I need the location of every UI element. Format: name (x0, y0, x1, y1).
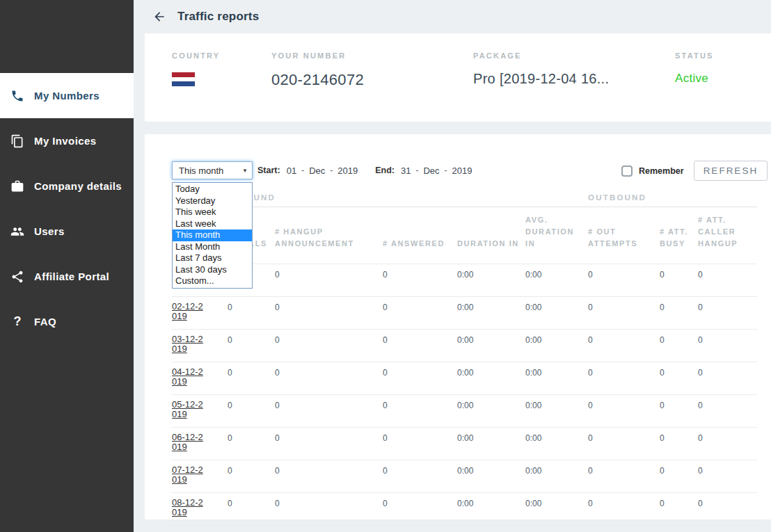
cell-att-busy: 0 (660, 395, 698, 428)
start-month-select[interactable]: Dec (309, 166, 325, 176)
dropdown-option[interactable]: Custom... (173, 275, 252, 287)
table-row: 05-12-2019 0 0 0 0:00 0:00 0 0 0 (172, 395, 757, 428)
cell-att-caller-hangup: 0 (698, 362, 757, 395)
cell-calls: 0 (228, 362, 275, 395)
cell-out-attempts: 0 (588, 264, 660, 297)
dropdown-option[interactable]: Today (173, 184, 252, 195)
chevron-down-icon: ▼ (242, 168, 248, 174)
sidebar-item-label: Users (34, 225, 65, 237)
end-year-select[interactable]: 2019 (452, 166, 472, 176)
cell-hangup-announcement: 0 (275, 264, 383, 297)
cell-avg-duration-in: 0:00 (525, 428, 588, 460)
cell-calls: 0 (228, 493, 275, 526)
cell-avg-duration-in: 0:00 (525, 493, 588, 526)
date-cell: 03-12-2019 (172, 330, 228, 362)
cell-duration-in: 0:00 (457, 297, 525, 330)
cell-avg-duration-in: 0:00 (525, 264, 588, 297)
date-link[interactable]: 05-12-2019 (172, 400, 208, 419)
date-link[interactable]: 03-12-2019 (172, 334, 208, 354)
remember-checkbox[interactable] (621, 166, 633, 177)
sidebar-item-faq[interactable]: ? FAQ (0, 299, 134, 344)
dropdown-option[interactable]: Last Month (173, 241, 252, 253)
end-month-select[interactable]: Dec (423, 166, 439, 176)
cell-att-busy: 0 (660, 264, 698, 297)
date-cell: 04-12-2019 (172, 362, 228, 395)
dropdown-option[interactable]: Last 30 days (173, 264, 252, 276)
share-icon (9, 269, 26, 284)
column-header-avg-duration-in: AVG. DURATION IN (525, 207, 588, 264)
cell-att-caller-hangup: 0 (698, 297, 757, 330)
date-range-select[interactable]: This month ▼ (172, 161, 253, 179)
sidebar-item-label: Affiliate Portal (34, 271, 109, 282)
cell-duration-in: 0:00 (457, 493, 525, 526)
column-header-hangup-announcement: # HANGUP ANNOUNCEMENT (275, 207, 383, 264)
back-arrow-icon[interactable] (152, 10, 166, 24)
sidebar-item-label: FAQ (34, 316, 56, 328)
date-link[interactable]: 04-12-2019 (172, 367, 208, 387)
cell-answered: 0 (383, 428, 457, 460)
column-header-duration-in: DURATION IN (457, 207, 525, 264)
cell-answered: 0 (383, 330, 457, 362)
sidebar-logo-area (0, 0, 134, 73)
refresh-button[interactable]: REFRESH (694, 161, 768, 181)
sidebar-item-label: My Numbers (34, 90, 100, 102)
cell-att-busy: 0 (660, 362, 698, 395)
table-row: 01-12-2019 0 0 0 0:00 0:00 0 0 0 (172, 264, 757, 297)
dash: - (445, 166, 447, 175)
page-title: Traffic reports (177, 10, 259, 24)
question-icon: ? (9, 314, 26, 330)
cell-hangup-announcement: 0 (275, 297, 383, 330)
date-link[interactable]: 02-12-2019 (172, 302, 208, 321)
cell-att-caller-hangup: 0 (698, 460, 757, 493)
page-header: Traffic reports (134, 0, 771, 33)
cell-out-attempts: 0 (588, 428, 660, 460)
column-header-att-busy: # ATT. BUSY (660, 207, 698, 264)
date-link[interactable]: 08-12-2019 (172, 498, 208, 517)
dropdown-option[interactable]: Last 7 days (173, 252, 252, 264)
date-cell: 05-12-2019 (172, 395, 228, 428)
cell-att-busy: 0 (660, 493, 698, 526)
date-cell: 07-12-2019 (172, 460, 228, 493)
end-day-select[interactable]: 31 (401, 166, 411, 176)
package-value: Pro [2019-12-04 16... (473, 71, 609, 87)
table-row: 02-12-2019 0 0 0 0:00 0:00 0 0 0 (172, 297, 757, 330)
dropdown-option[interactable]: Yesterday (173, 195, 252, 207)
start-day-select[interactable]: 01 (287, 166, 296, 176)
dropdown-option[interactable]: This month (173, 229, 252, 241)
cell-att-caller-hangup: 0 (698, 428, 757, 460)
netherlands-flag-icon (172, 72, 195, 86)
date-range-fields: Start: 01 - Dec - 2019 End: 31 - Dec - 2… (257, 161, 477, 179)
number-summary-card: COUNTRY YOUR NUMBER 020-2146072 PACKAGE … (145, 33, 771, 122)
sidebar: My Numbers My Invoices Company details U… (0, 0, 134, 532)
cell-answered: 0 (383, 395, 457, 428)
sidebar-item-my-numbers[interactable]: My Numbers (0, 73, 134, 118)
dropdown-option[interactable]: Last week (173, 218, 252, 230)
date-link[interactable]: 06-12-2019 (172, 433, 208, 452)
cell-out-attempts: 0 (588, 330, 660, 362)
remember-label: Remember (639, 166, 684, 176)
group-header-outbound: OUTBOUND (588, 193, 757, 207)
sidebar-item-affiliate-portal[interactable]: Affiliate Portal (0, 254, 134, 299)
cell-answered: 0 (383, 264, 457, 297)
cell-out-attempts: 0 (588, 395, 660, 428)
date-link[interactable]: 07-12-2019 (172, 465, 208, 485)
sidebar-item-company-details[interactable]: Company details (0, 163, 134, 209)
sidebar-item-users[interactable]: Users (0, 209, 134, 254)
group-header-inbound: INBOUND (228, 193, 588, 207)
sidebar-item-label: Company details (34, 180, 122, 192)
cell-duration-in: 0:00 (457, 264, 525, 297)
package-column: PACKAGE Pro [2019-12-04 16... (473, 51, 609, 87)
cell-answered: 0 (383, 362, 457, 395)
cell-out-attempts: 0 (588, 460, 660, 493)
cell-calls: 0 (228, 428, 275, 460)
sidebar-item-my-invoices[interactable]: My Invoices (0, 118, 134, 163)
dropdown-option[interactable]: This week (173, 207, 252, 218)
cell-answered: 0 (383, 493, 457, 526)
table-group-header-row: INBOUND OUTBOUND (172, 193, 757, 207)
start-label: Start: (257, 166, 280, 175)
status-badge: Active (675, 72, 714, 86)
start-year-select[interactable]: 2019 (337, 166, 358, 176)
phone-icon (9, 88, 26, 104)
cell-att-busy: 0 (660, 297, 698, 330)
cell-out-attempts: 0 (588, 493, 660, 526)
